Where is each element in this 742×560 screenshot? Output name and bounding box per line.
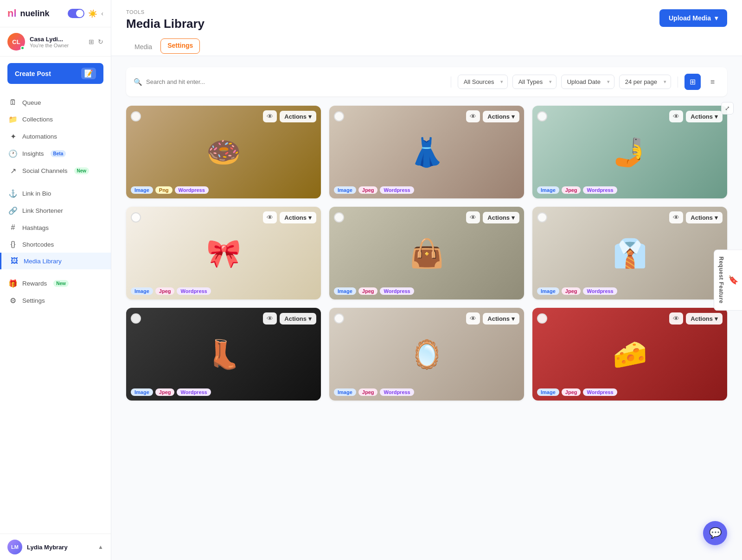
grid-icon[interactable]: ⊞ [89, 38, 94, 45]
actions-dropdown-button[interactable]: Actions ▾ [686, 212, 723, 223]
sidebar-item-label: Shortcodes [22, 241, 54, 248]
upload-media-button[interactable]: Upload Media ▾ [659, 9, 727, 27]
media-card: 👔 👁 Actions ▾ Image Jpeg Wordpress [532, 207, 727, 299]
card-select-checkbox[interactable] [131, 111, 141, 121]
list-view-button[interactable]: ≡ [705, 74, 720, 90]
wordpress-tag: Wordpress [177, 287, 211, 295]
sidebar-item-media-library[interactable]: 🖼 Media Library [0, 253, 111, 269]
actions-dropdown-button[interactable]: Actions ▾ [686, 111, 723, 122]
actions-dropdown-button[interactable]: Actions ▾ [280, 212, 316, 223]
date-select[interactable]: Upload Date [561, 75, 614, 89]
logo-icon: nl [7, 7, 17, 19]
jpeg-tag: Jpeg [358, 186, 378, 194]
per-page-select[interactable]: 24 per page [619, 75, 671, 89]
card-select-checkbox[interactable] [334, 313, 344, 324]
expand-button[interactable]: ⤢ [721, 102, 734, 115]
sidebar-item-social-channels[interactable]: ↗ Social Channels New [0, 162, 111, 179]
chat-button[interactable]: 💬 [703, 521, 727, 545]
sidebar-item-insights[interactable]: 🕐 Insights Beta [0, 145, 111, 162]
actions-label: Actions [284, 113, 307, 120]
actions-dropdown-button[interactable]: Actions ▾ [483, 212, 519, 223]
chevron-down-icon: ▾ [308, 113, 312, 120]
image-tag: Image [131, 287, 153, 295]
create-post-button[interactable]: Create Post 📝 [7, 63, 103, 84]
chevron-down-icon: ▾ [512, 315, 515, 322]
wordpress-tag: Wordpress [177, 388, 211, 396]
wordpress-tag: Wordpress [380, 287, 414, 295]
sidebar-item-label: Media Library [24, 258, 62, 265]
preview-button[interactable]: 👁 [466, 110, 480, 122]
automations-icon: ✦ [8, 132, 18, 141]
card-select-checkbox[interactable] [334, 111, 344, 121]
card-overlay: 👁 Actions ▾ [329, 207, 524, 228]
preview-button[interactable]: 👁 [669, 110, 683, 122]
types-select[interactable]: All Types [512, 75, 556, 89]
card-select-checkbox[interactable] [131, 212, 141, 223]
image-tag: Image [537, 287, 559, 295]
preview-button[interactable]: 👁 [669, 312, 683, 325]
wordpress-tag: Wordpress [380, 388, 414, 396]
preview-button[interactable]: 👁 [669, 211, 683, 223]
sidebar-item-collections[interactable]: 📁 Collections [0, 111, 111, 128]
types-filter[interactable]: All Types [512, 75, 556, 89]
actions-dropdown-button[interactable]: Actions ▾ [686, 313, 723, 325]
sidebar-item-settings[interactable]: ⚙ Settings [0, 292, 111, 309]
card-actions: 👁 Actions ▾ [263, 110, 316, 122]
collapse-sidebar-button[interactable]: ‹ [101, 10, 103, 17]
title-area: TOOLS Media Library [126, 9, 205, 38]
actions-dropdown-button[interactable]: Actions ▾ [280, 313, 316, 325]
sidebar-item-hashtags[interactable]: # Hashtags [0, 219, 111, 236]
per-page-filter[interactable]: 24 per page [619, 75, 671, 89]
chat-icon: 💬 [709, 527, 722, 539]
actions-dropdown-button[interactable]: Actions ▾ [280, 111, 316, 122]
sidebar-item-label: Social Channels [22, 167, 68, 174]
preview-button[interactable]: 👁 [263, 312, 277, 325]
tab-media[interactable]: Media [126, 38, 160, 56]
create-post-icon: 📝 [81, 68, 96, 79]
actions-label: Actions [487, 214, 510, 221]
preview-button[interactable]: 👁 [263, 110, 277, 122]
actions-label: Actions [691, 214, 713, 221]
sources-filter[interactable]: All Sources [458, 75, 508, 89]
sidebar-item-automations[interactable]: ✦ Automations [0, 128, 111, 145]
upload-media-label: Upload Media [669, 14, 711, 22]
logo-nl-text: nl [7, 7, 17, 19]
refresh-icon[interactable]: ↻ [98, 38, 103, 45]
date-filter[interactable]: Upload Date [561, 75, 614, 89]
sidebar-item-label: Settings [22, 297, 45, 304]
profile-icons[interactable]: ⊞ ↻ [89, 38, 103, 45]
request-feature-button[interactable]: 🔖 Request Feature [714, 249, 742, 311]
card-select-checkbox[interactable] [537, 212, 547, 223]
sidebar-item-rewards[interactable]: 🎁 Rewards New [0, 275, 111, 292]
preview-button[interactable]: 👁 [263, 211, 277, 223]
search-input[interactable] [146, 78, 444, 85]
card-select-checkbox[interactable] [131, 313, 141, 324]
sidebar-nav: 🗓 Queue 📁 Collections ✦ Automations 🕐 In… [0, 90, 111, 534]
sidebar-item-label: Link in Bio [22, 190, 51, 197]
jpeg-tag: Jpeg [358, 287, 378, 295]
sources-select[interactable]: All Sources [458, 75, 508, 89]
insights-icon: 🕐 [8, 149, 18, 158]
actions-dropdown-button[interactable]: Actions ▾ [483, 111, 519, 122]
sidebar-item-shortcodes[interactable]: {} Shortcodes [0, 236, 111, 253]
beta-badge: Beta [51, 150, 66, 157]
sidebar-item-queue[interactable]: 🗓 Queue [0, 94, 111, 111]
image-tag: Image [334, 186, 356, 194]
sidebar-item-link-shortener[interactable]: 🔗 Link Shortener [0, 202, 111, 219]
card-select-checkbox[interactable] [537, 313, 547, 324]
footer-user-name: Lydia Mybrary [27, 544, 93, 551]
preview-button[interactable]: 👁 [466, 211, 480, 223]
media-card: 🎀 👁 Actions ▾ Image Jpeg Wordpress [126, 207, 321, 299]
theme-toggle[interactable] [68, 9, 84, 18]
card-select-checkbox[interactable] [537, 111, 547, 121]
preview-button[interactable]: 👁 [466, 312, 480, 325]
actions-dropdown-button[interactable]: Actions ▾ [483, 313, 519, 325]
chevron-down-icon: ▾ [512, 113, 515, 120]
sidebar-footer[interactable]: LM Lydia Mybrary ▲ [0, 534, 111, 560]
grid-view-button[interactable]: ⊞ [684, 74, 701, 90]
card-select-checkbox[interactable] [334, 212, 344, 223]
settings-icon: ⚙ [8, 296, 18, 305]
sidebar-item-link-in-bio[interactable]: ⚓ Link in Bio [0, 185, 111, 202]
tab-settings[interactable]: Settings [160, 38, 200, 54]
sidebar-item-label: Hashtags [22, 224, 49, 231]
